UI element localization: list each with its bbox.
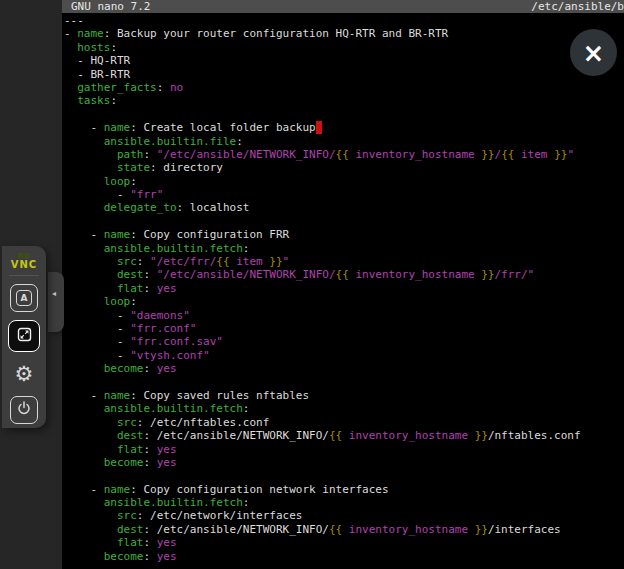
code-line: delegate_to: localhost <box>64 201 624 214</box>
code-line: dest: "/etc/ansible/NETWORK_INFO/{{ inve… <box>64 268 624 281</box>
code-line: - HQ-RTR <box>64 54 624 67</box>
code-line <box>64 376 624 389</box>
code-line: loop: <box>64 175 624 188</box>
fullscreen-button[interactable] <box>8 320 40 352</box>
code-line: - "vtysh.conf" <box>64 349 624 362</box>
code-line: flat: yes <box>64 282 624 295</box>
code-line: - name: Copy configuration network inter… <box>64 483 624 496</box>
code-line: - "frr.conf.sav" <box>64 335 624 348</box>
code-line: ansible.builtin.file: <box>64 135 624 148</box>
code-line: become: yes <box>64 550 624 563</box>
code-line: state: directory <box>64 161 624 174</box>
nano-titlebar: GNU nano 7.2 /etc/ansible/b <box>62 0 624 13</box>
nano-app-title: GNU nano 7.2 <box>71 0 150 13</box>
code-line: ansible.builtin.fetch: <box>64 496 624 509</box>
code-line: loop: <box>64 295 624 308</box>
editor-content[interactable]: ---- name: Backup your router configurat… <box>64 14 624 569</box>
code-line: src: "/etc/frr/{{ item }}" <box>64 255 624 268</box>
code-line: path: "/etc/ansible/NETWORK_INFO/{{ inve… <box>64 148 624 161</box>
novnc-logo-vnc: VNC <box>2 260 46 269</box>
code-line: - "frr.conf" <box>64 322 624 335</box>
a-key-icon: A <box>16 290 32 306</box>
fullscreen-icon <box>17 327 32 346</box>
code-line: ansible.builtin.fetch: <box>64 402 624 415</box>
code-line: become: yes <box>64 362 624 375</box>
code-line: dest: /etc/ansible/NETWORK_INFO/{{ inven… <box>64 429 624 442</box>
sidebar-divider <box>9 275 39 276</box>
gear-icon: ⚙ <box>15 364 34 385</box>
nano-file-path: /etc/ansible/b <box>531 0 624 13</box>
editor-lines: ---- name: Backup your router configurat… <box>64 14 624 563</box>
code-line: - name: Copy configuration FRR <box>64 228 624 241</box>
code-line: src: /etc/network/interfaces <box>64 509 624 522</box>
close-icon: × <box>583 38 605 68</box>
code-line <box>64 215 624 228</box>
novnc-logo: no VNC <box>2 246 46 269</box>
settings-button[interactable]: ⚙ <box>10 360 38 388</box>
code-line: - "daemons" <box>64 309 624 322</box>
code-line: - BR-RTR <box>64 68 624 81</box>
code-line <box>64 469 624 482</box>
code-line: - "frr" <box>64 188 624 201</box>
sidebar-handle[interactable]: ◂ <box>48 272 64 332</box>
code-line: --- <box>64 14 624 27</box>
power-icon <box>16 400 32 420</box>
collapse-arrow-icon: ◂ <box>52 289 56 298</box>
code-line: ansible.builtin.fetch: <box>64 242 624 255</box>
code-line: become: yes <box>64 456 624 469</box>
code-line: dest: /etc/ansible/NETWORK_INFO/{{ inven… <box>64 523 624 536</box>
code-line: hosts: <box>64 41 624 54</box>
power-button[interactable] <box>10 396 38 424</box>
vnc-viewport: GNU nano 7.2 /etc/ansible/b ---- name: B… <box>0 0 624 569</box>
close-button[interactable]: × <box>570 29 617 76</box>
code-line: flat: yes <box>64 443 624 456</box>
code-line: gather_facts: no <box>64 81 624 94</box>
vnc-control-sidebar: no VNC A ⚙ <box>2 246 46 428</box>
extra-keys-button[interactable]: A <box>10 284 38 312</box>
code-line: - name: Create local folder backup <box>64 121 624 134</box>
code-line <box>64 108 624 121</box>
code-line: src: /etc/nftables.conf <box>64 416 624 429</box>
code-line: flat: yes <box>64 536 624 549</box>
code-line: - name: Backup your router configuration… <box>64 27 624 40</box>
code-line: - name: Copy saved rules nftables <box>64 389 624 402</box>
text-cursor <box>316 121 323 134</box>
terminal-window[interactable]: GNU nano 7.2 /etc/ansible/b ---- name: B… <box>62 0 624 569</box>
code-line: tasks: <box>64 94 624 107</box>
